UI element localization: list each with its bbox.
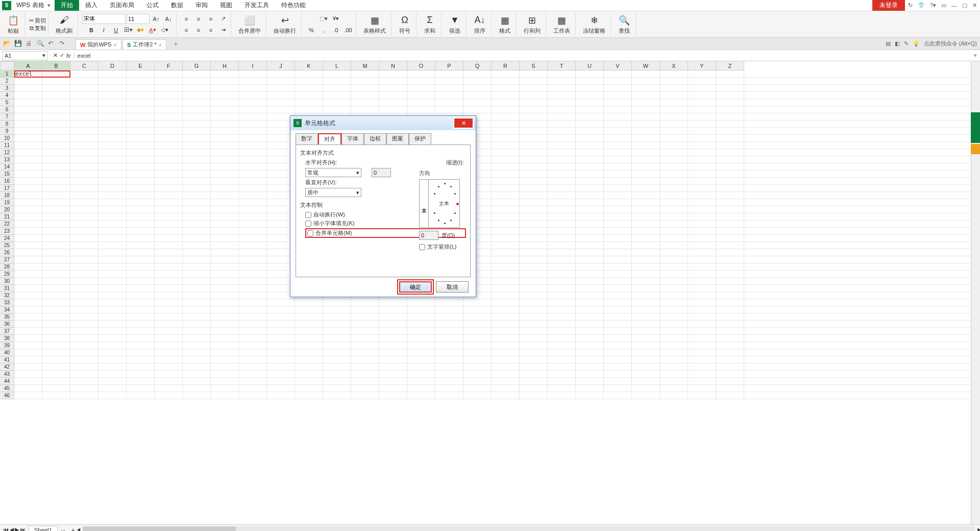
- row-header[interactable]: 9: [0, 128, 14, 135]
- qb-icon-3[interactable]: ✎: [904, 40, 909, 47]
- doc-tab-1[interactable]: S工作簿2 *×: [122, 39, 166, 50]
- menu-tab-2[interactable]: 页面布局: [104, 0, 140, 11]
- decrease-decimal-icon[interactable]: .00: [342, 25, 354, 36]
- row-header[interactable]: 39: [0, 342, 14, 349]
- qb-icon-2[interactable]: ◧: [895, 40, 900, 47]
- row-header[interactable]: 20: [0, 206, 14, 213]
- row-header[interactable]: 23: [0, 228, 14, 235]
- accept-formula-icon[interactable]: ✓: [60, 52, 64, 59]
- row-header[interactable]: 42: [0, 364, 14, 371]
- col-header[interactable]: V: [604, 61, 632, 70]
- freeze-panes-button[interactable]: ❄冻结窗格: [580, 13, 608, 36]
- login-button[interactable]: 未登录: [872, 0, 905, 11]
- fx-icon[interactable]: fx: [66, 53, 71, 59]
- find-button[interactable]: 🔍查找: [615, 13, 633, 36]
- align-right-icon[interactable]: ≡: [205, 25, 216, 36]
- row-header[interactable]: 25: [0, 242, 14, 249]
- currency-icon[interactable]: ¥▾: [330, 13, 341, 25]
- align-left-icon[interactable]: ≡: [181, 25, 192, 36]
- row-header[interactable]: 15: [0, 171, 14, 178]
- indent-icon[interactable]: ⇥: [217, 25, 229, 36]
- row-header[interactable]: 26: [0, 249, 14, 256]
- dialog-tab-0[interactable]: 数字: [296, 133, 318, 144]
- row-header[interactable]: 16: [0, 178, 14, 185]
- dialog-tab-3[interactable]: 边框: [364, 133, 386, 144]
- increase-font-icon[interactable]: A↑: [151, 13, 162, 25]
- col-header[interactable]: R: [492, 61, 520, 70]
- col-header[interactable]: G: [183, 61, 211, 70]
- select-all-corner[interactable]: [0, 61, 14, 70]
- font-size-select[interactable]: [127, 14, 150, 24]
- sheet-nav-first-icon[interactable]: ⏮: [3, 526, 9, 531]
- cancel-button[interactable]: 取消: [436, 281, 469, 293]
- row-header[interactable]: 14: [0, 163, 14, 171]
- row-header[interactable]: 21: [0, 213, 14, 221]
- col-header[interactable]: A: [14, 61, 42, 70]
- redo-icon[interactable]: ↷: [59, 40, 67, 48]
- orientation-dial[interactable]: 文本: [429, 180, 459, 227]
- col-header[interactable]: T: [548, 61, 576, 70]
- shrink-checkbox[interactable]: [305, 221, 311, 227]
- row-header[interactable]: 28: [0, 263, 14, 271]
- col-header[interactable]: D: [99, 61, 127, 70]
- col-header[interactable]: S: [520, 61, 548, 70]
- print-icon[interactable]: 🖨: [26, 40, 34, 48]
- sum-button[interactable]: Σ求和: [421, 13, 439, 36]
- row-header[interactable]: 22: [0, 221, 14, 228]
- orientation-preview[interactable]: 文本 文本: [419, 179, 460, 228]
- side-panel-tab-1[interactable]: [971, 112, 980, 143]
- app-menu-dropdown[interactable]: ▾: [47, 2, 55, 9]
- row-header[interactable]: 41: [0, 356, 14, 364]
- v-align-select[interactable]: 居中▾: [305, 188, 361, 197]
- spreadsheet-grid[interactable]: ABCDEFGHIJKLMNOPQRSTUVWXYZ 1234567891011…: [0, 61, 980, 524]
- row-header[interactable]: 7: [0, 113, 14, 120]
- row-header[interactable]: 40: [0, 349, 14, 356]
- menu-tab-6[interactable]: 视图: [214, 0, 238, 11]
- indent-spinner[interactable]: 0: [372, 168, 391, 177]
- sheet-tab[interactable]: Sheet1: [29, 526, 58, 532]
- row-header[interactable]: 31: [0, 285, 14, 292]
- dialog-close-button[interactable]: ✕: [454, 118, 473, 128]
- row-header[interactable]: 38: [0, 335, 14, 342]
- sheet-more-button[interactable]: ···: [58, 527, 68, 532]
- row-header[interactable]: 35: [0, 313, 14, 321]
- print-preview-icon[interactable]: 🔍: [37, 40, 45, 48]
- filter-button[interactable]: ▼筛选: [446, 13, 464, 36]
- undo-icon[interactable]: ↶: [48, 40, 56, 48]
- dialog-tab-4[interactable]: 图案: [386, 133, 409, 144]
- menu-tab-3[interactable]: 公式: [140, 0, 165, 11]
- menu-tab-8[interactable]: 特色功能: [275, 0, 312, 11]
- decrease-font-icon[interactable]: A↓: [163, 13, 174, 25]
- bold-button[interactable]: B: [86, 25, 97, 36]
- sort-button[interactable]: A↓排序: [471, 13, 489, 36]
- open-icon[interactable]: 📂: [3, 40, 11, 48]
- row-header[interactable]: 3: [0, 85, 14, 92]
- row-header[interactable]: 17: [0, 185, 14, 192]
- align-center-icon[interactable]: ≡: [193, 25, 204, 36]
- align-top-icon[interactable]: ≡: [181, 13, 192, 25]
- hscroll-right-icon[interactable]: ►: [976, 526, 980, 532]
- comma-icon[interactable]: ,: [318, 25, 329, 36]
- copy-button[interactable]: 复制: [35, 25, 46, 32]
- horizontal-scrollbar[interactable]: ◄ ►: [83, 526, 975, 532]
- col-header[interactable]: W: [632, 61, 660, 70]
- hscroll-left-icon[interactable]: ◄: [76, 526, 81, 532]
- worksheet-button[interactable]: ▦工作表: [550, 13, 573, 36]
- save-icon[interactable]: 💾: [14, 40, 22, 48]
- row-header[interactable]: 2: [0, 78, 14, 85]
- maximize-icon[interactable]: ▢: [962, 2, 967, 9]
- menu-tab-1[interactable]: 插入: [79, 0, 104, 11]
- vertical-text-checkbox[interactable]: [419, 244, 425, 250]
- sheet-nav-last-icon[interactable]: ⏭: [20, 526, 26, 531]
- col-header[interactable]: F: [155, 61, 183, 70]
- skin-icon[interactable]: 👕: [918, 2, 925, 9]
- side-panel-tab-2[interactable]: [971, 144, 980, 154]
- row-header[interactable]: 10: [0, 135, 14, 142]
- name-box[interactable]: A1▾: [2, 51, 48, 60]
- wrap-checkbox[interactable]: [305, 212, 311, 218]
- col-header[interactable]: U: [576, 61, 604, 70]
- row-header[interactable]: 18: [0, 192, 14, 199]
- cut-button[interactable]: 剪切: [35, 17, 46, 25]
- menu-tab-7[interactable]: 开发工具: [238, 0, 275, 11]
- merge-cells-checkbox[interactable]: [307, 230, 313, 236]
